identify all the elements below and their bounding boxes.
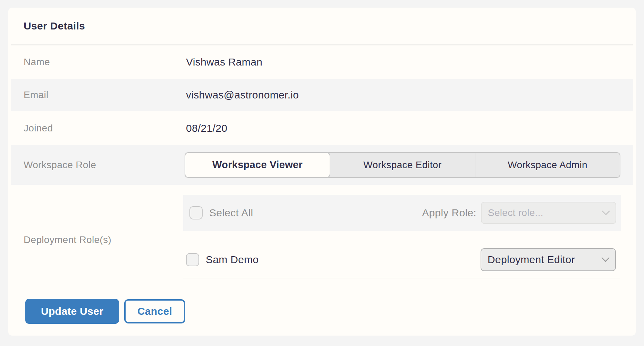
workspace-role-row: Workspace Role Workspace Viewer Workspac…	[11, 145, 633, 185]
joined-row: Joined 08/21/20	[11, 111, 633, 145]
update-user-button[interactable]: Update User	[25, 299, 119, 324]
deployment-row-sam-demo: Sam Demo Deployment Editor	[186, 248, 633, 271]
user-details-card: User Details Name Vishwas Raman Email vi…	[8, 8, 636, 336]
name-label: Name	[11, 57, 186, 68]
workspace-role-option-editor[interactable]: Workspace Editor	[330, 153, 475, 177]
select-all-checkbox[interactable]	[189, 206, 203, 219]
select-all-label: Select All	[209, 207, 253, 219]
deployment-roles-label: Deployment Role(s)	[11, 185, 186, 295]
joined-value: 08/21/20	[186, 122, 227, 134]
card-header: User Details	[8, 8, 636, 44]
deployment-checkbox[interactable]	[186, 253, 199, 266]
workspace-role-option-viewer[interactable]: Workspace Viewer	[185, 153, 330, 177]
apply-role-select-placeholder: Select role...	[488, 207, 543, 218]
deployment-roles-content: Select All Apply Role: Select role... Sa…	[186, 185, 633, 295]
chevron-down-icon	[602, 210, 610, 216]
apply-role-label: Apply Role:	[422, 207, 476, 219]
deployment-name: Sam Demo	[206, 254, 259, 266]
workspace-role-segmented-control: Workspace Viewer Workspace Editor Worksp…	[185, 152, 620, 178]
joined-label: Joined	[11, 123, 186, 134]
cancel-button[interactable]: Cancel	[124, 299, 185, 323]
name-value: Vishwas Raman	[186, 56, 262, 68]
bulk-actions-bar: Select All Apply Role: Select role...	[183, 195, 621, 231]
email-row: Email vishwas@astronomer.io	[11, 79, 633, 111]
email-value: vishwas@astronomer.io	[186, 89, 299, 101]
chevron-down-icon	[601, 257, 610, 262]
field-rows: Name Vishwas Raman Email vishwas@astrono…	[11, 45, 633, 324]
name-row: Name Vishwas Raman	[11, 45, 633, 79]
deployment-row-divider	[183, 278, 620, 278]
email-label: Email	[11, 89, 186, 101]
form-actions: Update User Cancel	[25, 299, 633, 324]
deployment-role-value: Deployment Editor	[488, 254, 575, 266]
apply-role-select[interactable]: Select role...	[481, 202, 616, 224]
deployment-roles-section: Deployment Role(s) Select All Apply Role…	[11, 185, 633, 295]
workspace-role-option-admin[interactable]: Workspace Admin	[475, 153, 620, 177]
deployment-role-select[interactable]: Deployment Editor	[481, 248, 616, 271]
page-title: User Details	[24, 20, 85, 32]
workspace-role-label: Workspace Role	[11, 159, 186, 171]
